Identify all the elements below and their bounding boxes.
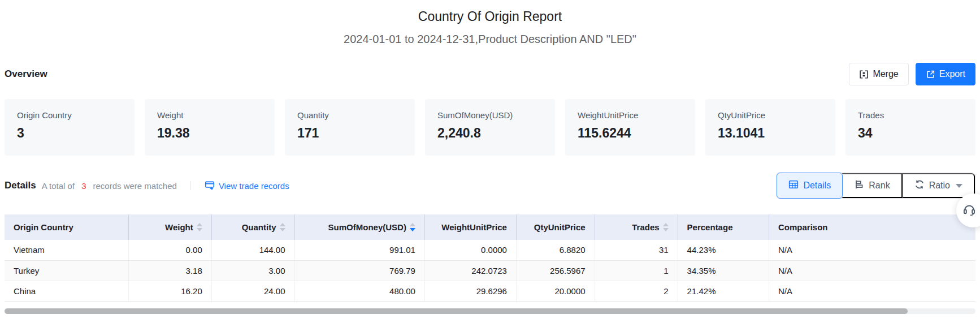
stat-card-value: 115.6244 — [578, 126, 683, 141]
column-header-label: Comparison — [778, 222, 828, 232]
stat-card-label: Trades — [858, 110, 963, 120]
table-row-vietnam: Vietnam0.00144.00991.010.00006.88203144.… — [5, 240, 975, 260]
table-row-china: China16.2024.00480.0029.629620.0000221.4… — [5, 281, 975, 301]
stat-card-value: 3 — [17, 126, 122, 141]
sort-icon[interactable] — [197, 223, 202, 231]
stat-card-label: Quantity — [297, 110, 402, 120]
column-header-origin-country: Origin Country — [5, 214, 129, 240]
overview-heading: Overview — [5, 68, 47, 80]
export-icon — [926, 70, 935, 79]
view-trade-records-link[interactable]: View trade records — [205, 180, 289, 192]
column-header-label: Quantity — [242, 222, 276, 232]
column-header-qtyunitprice: QtyUnitPrice — [516, 214, 595, 240]
view-mode-switcher: DetailsRankRatio — [777, 173, 975, 199]
view-tab-label: Rank — [869, 180, 890, 191]
sort-icon[interactable] — [280, 223, 285, 231]
view-tab-details[interactable]: Details — [777, 173, 843, 199]
stat-card-value: 34 — [858, 126, 963, 141]
column-header-percentage: Percentage — [678, 214, 769, 240]
stat-card-value: 171 — [297, 126, 402, 141]
cell-sumofmoney-usd: 991.01 — [294, 240, 424, 260]
stat-card-weightunitprice: WeightUnitPrice115.6244 — [565, 99, 695, 156]
column-header-label: Trades — [632, 222, 659, 232]
page-title: Country Of Origin Report — [0, 0, 980, 24]
overview-bar: Overview Merge Export — [5, 63, 975, 85]
horizontal-scrollbar-track[interactable] — [5, 308, 975, 314]
cell-comparison: N/A — [769, 260, 975, 281]
stat-card-value: 19.38 — [157, 126, 262, 141]
cell-percentage: 21.42% — [678, 281, 769, 301]
details-bar: Details A total of 3 records were matche… — [5, 173, 975, 199]
cell-trades: 1 — [595, 260, 678, 281]
cell-quantity: 24.00 — [211, 281, 294, 301]
cell-sumofmoney-usd: 480.00 — [294, 281, 424, 301]
cell-percentage: 34.35% — [678, 260, 769, 281]
stat-card-label: Origin Country — [17, 110, 122, 120]
divider — [190, 181, 191, 190]
cell-trades: 31 — [595, 240, 678, 260]
stat-card-origin-country: Origin Country3 — [5, 99, 135, 156]
view-trade-records-label: View trade records — [219, 181, 289, 191]
sort-icon[interactable] — [663, 223, 669, 231]
cell-weight: 0.00 — [129, 240, 211, 260]
column-header-trades[interactable]: Trades — [595, 214, 678, 240]
column-header-label: WeightUnitPrice — [441, 222, 507, 232]
cell-quantity: 3.00 — [211, 260, 294, 281]
details-table: Origin CountryWeightQuantitySumOfMoney(U… — [5, 214, 975, 302]
headset-icon — [962, 202, 977, 219]
view-tab-label: Ratio — [929, 180, 950, 191]
stat-card-label: Weight — [157, 110, 262, 120]
cell-quantity: 144.00 — [211, 240, 294, 260]
merge-button-label: Merge — [873, 69, 898, 79]
cell-weightunitprice: 0.0000 — [424, 240, 516, 260]
cell-trades: 2 — [595, 281, 678, 301]
cell-percentage: 44.23% — [678, 240, 769, 260]
cell-qtyunitprice: 20.0000 — [516, 281, 595, 301]
stat-card-weight: Weight19.38 — [145, 99, 275, 156]
stat-card-label: QtyUnitPrice — [718, 110, 823, 120]
column-header-sumofmoney-usd[interactable]: SumOfMoney(USD) — [294, 214, 424, 240]
cell-origin-country: Vietnam — [5, 240, 129, 260]
cell-weight: 3.18 — [129, 260, 211, 281]
stat-card-quantity: Quantity171 — [285, 99, 415, 156]
stat-card-label: WeightUnitPrice — [578, 110, 683, 120]
column-header-weight[interactable]: Weight — [129, 214, 211, 240]
stat-card-qtyunitprice: QtyUnitPrice13.1041 — [705, 99, 835, 156]
page-subtitle: 2024-01-01 to 2024-12-31,Product Descrip… — [0, 33, 980, 46]
country-of-origin-report-page: Country Of Origin Report 2024-01-01 to 2… — [0, 0, 980, 331]
summary-suffix: records were matched — [93, 181, 176, 191]
cell-weightunitprice: 29.6296 — [424, 281, 516, 301]
table-body: Vietnam0.00144.00991.010.00006.88203144.… — [5, 240, 975, 301]
column-header-label: Origin Country — [14, 222, 73, 232]
column-header-label: SumOfMoney(USD) — [328, 222, 406, 232]
chevron-down-icon — [956, 184, 962, 188]
rank-icon — [854, 179, 864, 192]
column-header-label: Weight — [165, 222, 193, 232]
column-header-quantity[interactable]: Quantity — [211, 214, 294, 240]
matched-count: 3 — [80, 181, 87, 191]
stat-card-trades: Trades34 — [845, 99, 975, 156]
cell-comparison: N/A — [769, 281, 975, 301]
sort-icon[interactable] — [410, 223, 415, 231]
view-tab-ratio[interactable]: Ratio — [903, 173, 975, 198]
export-button-label: Export — [939, 69, 965, 79]
cell-sumofmoney-usd: 769.79 — [294, 260, 424, 281]
cell-weightunitprice: 242.0723 — [424, 260, 516, 281]
cell-origin-country: Turkey — [5, 260, 129, 281]
table-icon — [788, 179, 799, 192]
details-heading: Details — [5, 180, 36, 191]
column-header-label: QtyUnitPrice — [534, 222, 586, 232]
view-tab-rank[interactable]: Rank — [842, 173, 902, 198]
view-tab-label: Details — [803, 180, 831, 191]
details-table-wrap: Origin CountryWeightQuantitySumOfMoney(U… — [5, 214, 975, 302]
cell-comparison: N/A — [769, 240, 975, 260]
stat-card-value: 2,240.8 — [437, 126, 543, 141]
horizontal-scrollbar-thumb[interactable] — [5, 308, 908, 314]
merge-cells-icon — [859, 70, 869, 79]
top-actions: Merge Export — [849, 63, 975, 85]
overview-stat-cards: Origin Country3Weight19.38Quantity171Sum… — [5, 99, 975, 156]
column-header-label: Percentage — [687, 222, 733, 232]
merge-button[interactable]: Merge — [849, 63, 908, 85]
trade-records-icon — [205, 180, 215, 192]
export-button[interactable]: Export — [916, 63, 975, 85]
